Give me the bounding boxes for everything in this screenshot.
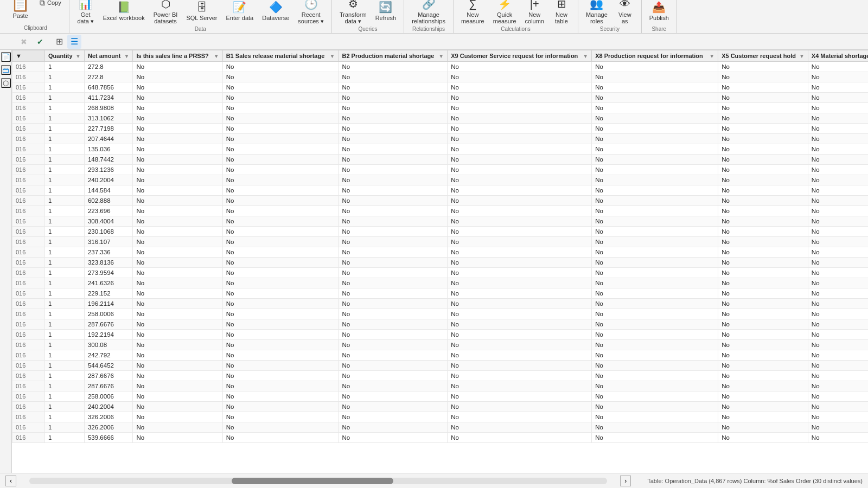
cell-b1: No — [222, 371, 339, 381]
dataverse-label: Dataverse — [262, 15, 289, 21]
cell-x8: No — [592, 72, 718, 82]
col-header-x9[interactable]: X9 Customer Service request for informat… — [448, 50, 592, 62]
cell-net: 411.7234 — [84, 93, 133, 103]
cell-b2: No — [339, 402, 448, 412]
cell-b1: No — [222, 165, 339, 175]
cell-b2: No — [339, 227, 448, 237]
x5-filter-icon[interactable]: ▼ — [799, 53, 805, 59]
share-group: 📤 Publish Share — [642, 0, 677, 33]
col-header-quantity[interactable]: Quantity ▼ — [45, 50, 85, 62]
enter-data-button[interactable]: 📝 Enter data — [222, 0, 257, 25]
cell-b1: No — [222, 103, 339, 113]
scroll-right-button[interactable]: › — [620, 476, 631, 486]
cell-b2: No — [339, 62, 448, 72]
power-bi-datasets-button[interactable]: ⬡ Power BIdatasets — [150, 0, 181, 25]
new-measure-button[interactable]: ∑ Newmeasure — [458, 0, 488, 25]
new-table-button[interactable]: ⊞ Newtable — [550, 0, 573, 25]
refresh-button[interactable]: 🔄 Refresh — [372, 0, 400, 25]
cell-net: 326.2006 — [84, 422, 133, 433]
cell-prss: No — [133, 134, 222, 144]
table-row: 0161602.888NoNoNoNoNoNoNoNo — [12, 196, 869, 206]
new-column-button[interactable]: |+ Newcolumn — [522, 0, 547, 25]
recent-sources-button[interactable]: 🕒 Recentsources ▾ — [295, 0, 327, 25]
net-amount-filter-icon[interactable]: ▼ — [124, 53, 130, 59]
cell-x9: No — [448, 185, 592, 196]
manage-roles-button[interactable]: 👥 Manageroles — [583, 0, 611, 25]
quick-measure-button[interactable]: ⚡ Quickmeasure — [490, 0, 520, 25]
col-header-x4[interactable]: X4 Material shortage post ▼ — [808, 50, 868, 62]
cell-x9: No — [448, 278, 592, 288]
col-header-prss[interactable]: Is this sales line a PRSS? ▼ — [133, 50, 222, 62]
report-view-icon[interactable]: 📄 — [1, 52, 11, 62]
cell-x9: No — [448, 412, 592, 422]
data-view-icon[interactable]: 🗃 — [1, 65, 11, 75]
horizontal-scrollbar[interactable] — [29, 478, 607, 484]
cell-prss: No — [133, 258, 222, 268]
table-row: 0161544.6452NoNoNoNoNoNoNoNo — [12, 361, 869, 371]
cell-prss: No — [133, 350, 222, 361]
cell-net: 240.2004 — [84, 402, 133, 412]
col-header-x5[interactable]: X5 Customer request hold ▼ — [718, 50, 808, 62]
cell-x8: No — [592, 93, 718, 103]
cell-x4: No — [808, 309, 868, 319]
dataverse-button[interactable]: 🔷 Dataverse — [259, 0, 292, 25]
cell-b2: No — [339, 391, 448, 402]
manage-relationships-button[interactable]: 🔗 Managerelationships — [409, 0, 449, 25]
table-row: 0161242.792NoNoNoNoNoNoNoNo — [12, 350, 869, 361]
x9-filter-icon[interactable]: ▼ — [583, 53, 588, 59]
b2-filter-icon[interactable]: ▼ — [438, 53, 444, 59]
col-header-b1[interactable]: B1 Sales release material shortage ▼ — [222, 50, 339, 62]
cell-b1: No — [222, 175, 339, 185]
grid-view-button[interactable]: ⊞ — [52, 35, 66, 49]
confirm-button[interactable]: ✔ — [34, 35, 47, 48]
get-data-button[interactable]: 📊 Getdata ▾ — [74, 0, 98, 25]
table-row: 0161272.8NoNoNoNoNoNoNoNo — [12, 62, 869, 72]
view-as-button[interactable]: 👁 Viewas — [613, 0, 637, 25]
prss-filter-icon[interactable]: ▼ — [214, 53, 219, 59]
cell-x8: No — [592, 340, 718, 350]
scroll-thumb[interactable] — [232, 478, 393, 484]
cell-qty: 1 — [45, 268, 85, 278]
cell-x9: No — [448, 134, 592, 144]
copy-button[interactable]: ⧉ Copy — [36, 0, 65, 9]
col-header-b2[interactable]: B2 Production material shortage ▼ — [339, 50, 448, 62]
cell-x5: No — [718, 237, 808, 247]
col-header-net-amount[interactable]: Net amount ▼ — [84, 50, 133, 62]
paste-button[interactable]: 📋 Paste — [7, 0, 34, 21]
excel-label: Excel workbook — [103, 15, 145, 21]
table-row: 0161192.2194NoNoNoNoNoNoNoNo — [12, 330, 869, 340]
cell-qty: 1 — [45, 155, 85, 165]
cell-prss: No — [133, 309, 222, 319]
cell-b1: No — [222, 82, 339, 93]
new-column-label: Newcolumn — [525, 11, 544, 24]
cell-x4: No — [808, 134, 868, 144]
cell-net: 242.792 — [84, 350, 133, 361]
quantity-filter-icon[interactable]: ▼ — [75, 53, 81, 59]
x8-filter-icon[interactable]: ▼ — [709, 53, 714, 59]
cell-b2: No — [339, 206, 448, 216]
sql-server-button[interactable]: 🗄 SQL Server — [183, 0, 220, 25]
excel-workbook-button[interactable]: 📗 Excel workbook — [100, 0, 148, 25]
data-table-wrapper[interactable]: ▼ Quantity ▼ Net amount — [12, 50, 868, 473]
col-header-checkbox[interactable]: ▼ — [12, 50, 45, 62]
publish-button[interactable]: 📤 Publish — [646, 0, 672, 25]
cell-prss: No — [133, 371, 222, 381]
cell-net: 268.9808 — [84, 103, 133, 113]
cell-x8: No — [592, 165, 718, 175]
cell-net: 227.7198 — [84, 124, 133, 134]
cell-x5: No — [718, 185, 808, 196]
cell-prss: No — [133, 124, 222, 134]
b1-filter-icon[interactable]: ▼ — [330, 53, 335, 59]
calculations-group: ∑ Newmeasure ⚡ Quickmeasure |+ Newcolumn… — [454, 0, 578, 33]
cell-b1: No — [222, 216, 339, 227]
cell-x9: No — [448, 124, 592, 134]
cell-b1: No — [222, 258, 339, 268]
transform-data-button[interactable]: ⚙ Transformdata ▾ — [336, 0, 370, 25]
col-header-x8[interactable]: X8 Production request for information ▼ — [592, 50, 718, 62]
scroll-left-button[interactable]: ‹ — [5, 476, 16, 486]
cell-x5: No — [718, 227, 808, 237]
model-view-icon[interactable]: ⬡ — [1, 78, 11, 88]
table-view-button[interactable]: ☰ — [67, 35, 81, 49]
undo-button[interactable]: ✖ — [17, 35, 30, 48]
cell-x5: No — [718, 319, 808, 330]
